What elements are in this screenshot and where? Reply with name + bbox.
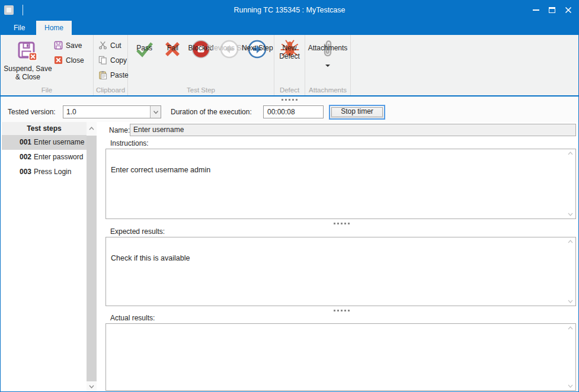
fail-button[interactable]: Fail [161, 37, 184, 61]
ribbon: Suspend, Save & Close Save [1, 35, 578, 97]
maximize-icon [549, 7, 555, 13]
expected-results-label: Expected results: [110, 227, 165, 236]
maximize-button[interactable] [544, 1, 560, 20]
attachments-group-label: Attachments [305, 86, 350, 94]
close-button[interactable] [560, 1, 576, 20]
pass-button[interactable]: Pass [133, 37, 156, 61]
chevron-up-icon [89, 127, 94, 130]
tested-version-value: 1.0 [63, 106, 150, 118]
file-group-label: File [1, 86, 93, 94]
scroll-up-button[interactable] [87, 123, 97, 133]
step-label: Press Login [34, 168, 71, 176]
test-step-item-2[interactable]: 002Enter password [2, 150, 87, 165]
ribbon-group-file: Suspend, Save & Close Save [1, 35, 94, 95]
copy-pages-icon [98, 56, 107, 65]
titlebar: Running TC 135345 : MyTestcase [1, 1, 578, 20]
scroll-down-button[interactable] [87, 381, 97, 391]
horizontal-splitter-top[interactable] [1, 97, 578, 102]
chevron-up-icon [568, 240, 573, 243]
save-button[interactable]: Save [54, 40, 84, 51]
close-file-button[interactable]: Close [54, 54, 84, 66]
chevron-down-icon [153, 110, 159, 114]
step-number: 002 [20, 153, 31, 161]
actual-results-text [106, 324, 575, 343]
step-detail-form: Name: Enter username Instructions: Enter… [104, 122, 578, 392]
test-steps-panel: Test steps 001Enter username 002Enter pa… [2, 122, 87, 392]
attachments-button[interactable]: Attachments [316, 37, 340, 67]
paste-button[interactable]: Paste [98, 69, 129, 81]
close-file-icon [54, 56, 63, 65]
execution-toolbar: Tested version: 1.0 Duration of the exec… [1, 102, 578, 122]
paste-clipboard-icon [98, 70, 107, 79]
copy-label: Copy [110, 56, 127, 65]
next-step-button[interactable]: Next Step [245, 37, 269, 61]
step-number: 003 [20, 168, 31, 176]
test-step-group-label: Test Step [128, 86, 274, 94]
attachments-dropdown-icon [325, 65, 330, 67]
minimize-button[interactable] [528, 1, 544, 20]
chevron-down-icon [89, 385, 94, 388]
instructions-label: Instructions: [110, 139, 149, 147]
splitter-dots [334, 310, 350, 311]
paste-label: Paste [110, 71, 129, 79]
chevron-down-icon [568, 213, 573, 216]
step-label: Enter password [34, 153, 83, 161]
chevron-up-icon [568, 326, 573, 330]
test-steps-scrollbar[interactable] [87, 122, 97, 392]
new-defect-label: New Defect [274, 44, 305, 61]
stop-timer-button[interactable]: Stop timer [329, 105, 385, 120]
step-number: 001 [20, 138, 31, 146]
ribbon-tab-row: File Home [1, 20, 578, 35]
clipboard-group-label: Clipboard [94, 86, 127, 94]
minimize-icon [533, 9, 539, 11]
content-area: Test steps 001Enter username 002Enter pa… [1, 122, 578, 392]
expected-results-field[interactable]: Check if this is available [105, 237, 576, 306]
chevron-down-icon [568, 300, 573, 303]
cut-label: Cut [110, 41, 121, 50]
actual-results-field[interactable] [105, 323, 576, 391]
test-step-item-3[interactable]: 003Press Login [2, 165, 87, 179]
chevron-down-icon [568, 384, 573, 388]
window-title: Running TC 135345 : MyTestcase [1, 1, 578, 20]
cut-scissors-icon [98, 41, 107, 50]
ribbon-group-clipboard: Cut Copy [94, 35, 128, 95]
save-icon [54, 41, 63, 50]
instructions-text: Enter correct username admin [106, 149, 575, 176]
duration-input[interactable]: 00:00:08 [263, 105, 324, 118]
expected-results-text: Check if this is available [106, 237, 575, 265]
ribbon-group-test-step: Pass Fail Blocked [128, 35, 274, 95]
name-field[interactable]: Enter username [130, 124, 576, 136]
tab-file[interactable]: File [5, 21, 33, 35]
ribbon-group-attachments: Attachments Attachments [305, 35, 351, 95]
splitter-dots [334, 223, 350, 224]
horizontal-splitter-instructions[interactable] [104, 220, 578, 226]
tab-home[interactable]: Home [36, 21, 72, 35]
close-file-label: Close [66, 56, 84, 65]
tested-version-label: Tested version: [8, 108, 56, 116]
chevron-up-icon [568, 152, 573, 155]
next-step-label: Next Step [242, 44, 273, 52]
copy-button[interactable]: Copy [98, 54, 129, 66]
combobox-dropdown-button[interactable] [150, 106, 161, 118]
suspend-save-close-icon [17, 40, 39, 63]
defect-group-label: Defect [274, 86, 305, 94]
tested-version-combobox[interactable]: 1.0 [63, 105, 161, 118]
app-window: Running TC 135345 : MyTestcase File Home [0, 0, 579, 392]
previous-step-button[interactable]: Previous Step [217, 37, 241, 61]
ribbon-group-defect: New Defect Defect [274, 35, 305, 95]
step-label: Enter username [34, 138, 84, 146]
attachments-label: Attachments [308, 44, 348, 52]
horizontal-splitter-expected[interactable] [104, 307, 578, 313]
save-label: Save [66, 41, 82, 50]
new-defect-button[interactable]: New Defect [278, 37, 302, 61]
fail-label: Fail [167, 44, 178, 52]
scrollbar-thumb[interactable] [87, 136, 97, 381]
close-icon [565, 7, 572, 14]
suspend-save-close-button[interactable]: Suspend, Save & Close [2, 37, 53, 92]
actual-results-label: Actual results: [110, 314, 155, 322]
instructions-field[interactable]: Enter correct username admin [105, 149, 576, 219]
test-step-item-1[interactable]: 001Enter username [2, 135, 87, 150]
suspend-save-close-label: Suspend, Save & Close [2, 65, 53, 82]
pass-label: Pass [136, 44, 152, 52]
cut-button[interactable]: Cut [98, 40, 129, 51]
